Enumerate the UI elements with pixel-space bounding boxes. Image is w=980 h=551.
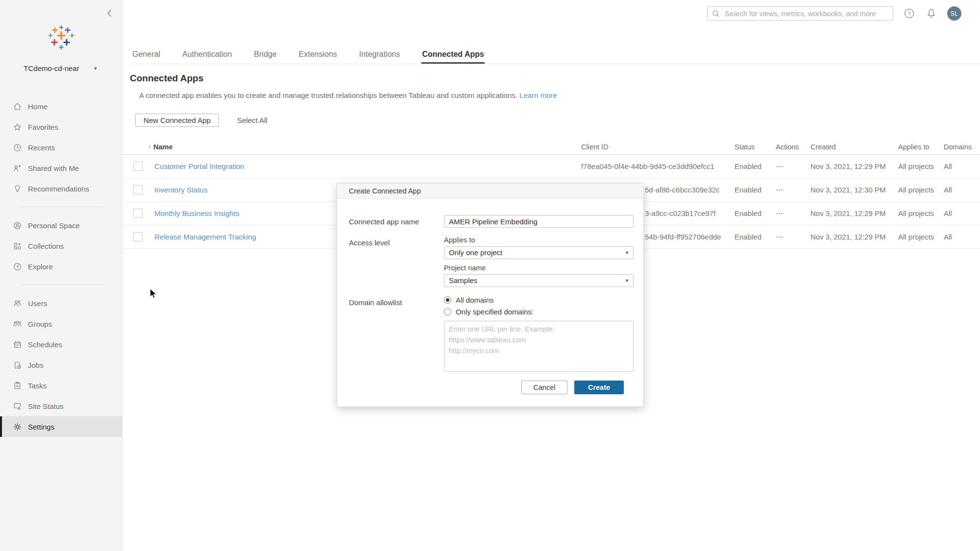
radio-selected-icon [444,296,451,304]
connected-app-name-input[interactable] [444,215,634,228]
jobs-icon [13,360,22,370]
sidebar-item-favorites[interactable]: Favorites [0,117,122,137]
sidebar-item-home[interactable]: Home [0,96,122,117]
sidebar-divider [20,207,104,207]
sidebar-item-label: Schedules [28,340,62,349]
select-all-button[interactable]: Select All [237,116,268,124]
sidebar-item-personal-space[interactable]: Personal Space [0,215,122,236]
person-circle-icon [13,221,22,230]
site-selector[interactable]: TCdemo-cd-near ▾ [0,64,122,75]
row-checkbox[interactable] [133,162,143,171]
learn-more-link[interactable]: Learn more [519,91,557,99]
sidebar-item-users[interactable]: Users [0,293,122,313]
sidebar-item-recents[interactable]: Recents [0,137,122,158]
tab-connected-apps[interactable]: Connected Apps [421,47,485,64]
clock-icon [13,143,22,152]
applies-to-cell: All projects [898,233,944,241]
sidebar-item-explore[interactable]: Explore [0,256,122,277]
sidebar-item-groups[interactable]: Groups [0,313,122,334]
tableau-settings-screen: TCdemo-cd-near ▾ Home Favorites Recents … [0,0,980,551]
users-icon [13,299,22,308]
sidebar-item-label: Recommendations [28,185,89,193]
sidebar-item-collections[interactable]: Collections [0,236,122,256]
sidebar-item-tasks[interactable]: Tasks [0,375,122,396]
sidebar-item-site-status[interactable]: Site Status [0,396,122,416]
page-description: A connected app enables you to create an… [139,91,557,99]
search-icon [711,9,720,18]
user-avatar[interactable]: SL [947,6,961,21]
sidebar-item-label: Settings [28,423,54,431]
sidebar-item-recommendations[interactable]: Recommendations [0,178,122,199]
radio-specified-domains-label: Only specified domains: [456,308,534,316]
chevron-down-icon: ▼ [625,275,629,287]
column-header-created: Created [810,143,898,151]
applies-to-cell: All projects [898,162,944,170]
domain-allowlist-label: Domain allowlist [349,296,444,374]
radio-only-specified-domains[interactable]: Only specified domains: [444,308,634,316]
new-connected-app-button[interactable]: New Connected App [135,114,219,127]
create-connected-app-dialog: Create Connected App Connected app name … [337,183,644,407]
domains-cell: All [944,209,980,217]
tab-integrations[interactable]: Integrations [359,47,401,64]
sidebar-item-settings[interactable]: Settings [0,416,122,437]
created-cell: Nov 3, 2021, 12:29 PM [810,233,898,241]
domain-allowlist-textarea[interactable] [444,321,634,372]
top-bar: ? SL [707,6,961,21]
connected-app-name-label: Connected app name [349,215,444,228]
row-actions-menu-icon[interactable]: ⋯ [776,186,784,194]
global-search [707,6,893,21]
svg-text:?: ? [907,11,910,17]
app-name-link[interactable]: Monthly Business Insights [154,209,239,217]
clipboard-icon [13,381,22,390]
column-header-status: Status [735,143,776,151]
row-checkbox[interactable] [133,185,143,194]
table-row: Customer Portal Integration f78ea045-0f4… [122,155,980,178]
site-name: TCdemo-cd-near [0,64,103,72]
sidebar-item-schedules[interactable]: Schedules [0,334,122,355]
status-cell: Enabled [735,233,776,241]
sidebar: TCdemo-cd-near ▾ Home Favorites Recents … [0,0,122,551]
tab-extensions[interactable]: Extensions [298,47,338,64]
sidebar-item-label: Jobs [28,361,44,369]
sidebar-item-shared-with-me[interactable]: Shared with Me [0,158,122,178]
radio-all-domains[interactable]: All domains [444,296,634,304]
sidebar-item-label: Recents [28,144,55,152]
toolbar: New Connected App Select All [135,114,268,127]
tab-authentication[interactable]: Authentication [182,47,232,64]
sidebar-item-label: Personal Space [28,221,80,230]
applies-to-select[interactable]: Only one project ▼ [444,246,634,259]
collections-icon [13,241,22,251]
compass-icon [13,262,22,271]
row-checkbox[interactable] [133,232,143,241]
site-status-icon [13,402,22,411]
sidebar-collapse-icon[interactable] [104,7,116,19]
create-button[interactable]: Create [574,381,624,394]
row-actions-menu-icon[interactable]: ⋯ [776,162,784,170]
app-name-link[interactable]: Customer Portal Integration [154,162,244,170]
help-icon[interactable]: ? [903,7,915,20]
sidebar-item-jobs[interactable]: Jobs [0,355,122,375]
sidebar-item-label: Shared with Me [28,164,79,172]
column-header-applies-to: Applies to [898,143,944,151]
sidebar-item-label: Tasks [28,382,47,390]
star-icon [13,122,22,132]
tab-bridge[interactable]: Bridge [253,47,277,64]
app-name-link[interactable]: Inventory Status [154,186,207,194]
sidebar-item-label: Explore [28,263,53,271]
project-name-label: Project name [444,264,634,272]
search-input[interactable] [724,9,889,18]
row-actions-menu-icon[interactable]: ⋯ [776,209,784,217]
app-name-link[interactable]: Release Management Tracking [154,233,256,241]
project-name-select[interactable]: Samples ▼ [444,274,634,287]
tab-general[interactable]: General [132,47,161,64]
calendar-icon [13,340,22,349]
sidebar-item-label: Site Status [28,402,64,410]
notifications-bell-icon[interactable] [925,7,937,20]
cancel-button[interactable]: Cancel [521,381,567,394]
domains-cell: All [944,162,980,170]
tableau-logo-icon [47,24,75,52]
sidebar-item-label: Favorites [28,123,58,131]
column-header-name[interactable]: ↑ Name [154,143,581,151]
row-checkbox[interactable] [133,209,143,218]
row-actions-menu-icon[interactable]: ⋯ [776,233,784,241]
